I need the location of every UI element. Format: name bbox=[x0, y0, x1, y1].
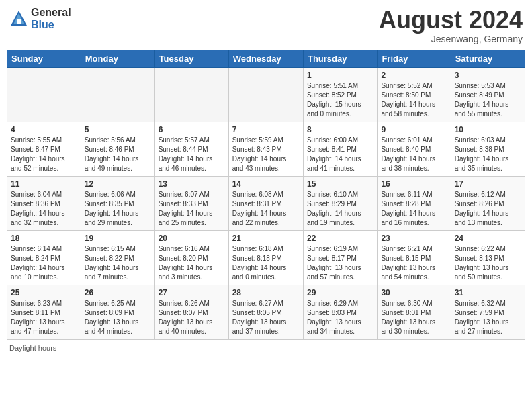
day-info: Sunrise: 6:10 AM Sunset: 8:29 PM Dayligh… bbox=[307, 190, 373, 228]
day-cell bbox=[228, 67, 303, 122]
header-day-monday: Monday bbox=[81, 50, 154, 67]
day-cell: 1Sunrise: 5:51 AM Sunset: 8:52 PM Daylig… bbox=[303, 67, 377, 122]
day-info: Sunrise: 6:32 AM Sunset: 7:59 PM Dayligh… bbox=[455, 299, 521, 336]
day-info: Sunrise: 6:26 AM Sunset: 8:07 PM Dayligh… bbox=[159, 299, 225, 336]
day-info: Sunrise: 6:14 AM Sunset: 8:24 PM Dayligh… bbox=[11, 244, 77, 282]
day-info: Sunrise: 5:53 AM Sunset: 8:49 PM Dayligh… bbox=[455, 81, 521, 119]
day-cell: 23Sunrise: 6:21 AM Sunset: 8:15 PM Dayli… bbox=[378, 230, 451, 285]
page-header: General Blue August 2024 Jesenwang, Germ… bbox=[7, 7, 525, 44]
header-day-saturday: Saturday bbox=[451, 50, 525, 67]
day-number: 26 bbox=[85, 288, 151, 298]
location-subtitle: Jesenwang, Germany bbox=[379, 34, 523, 44]
day-cell: 17Sunrise: 6:12 AM Sunset: 8:26 PM Dayli… bbox=[451, 176, 525, 230]
day-number: 8 bbox=[307, 125, 373, 134]
day-number: 5 bbox=[85, 125, 151, 134]
day-info: Sunrise: 5:56 AM Sunset: 8:46 PM Dayligh… bbox=[85, 136, 151, 173]
day-info: Sunrise: 6:08 AM Sunset: 8:31 PM Dayligh… bbox=[232, 190, 300, 228]
week-row-2: 4Sunrise: 5:55 AM Sunset: 8:47 PM Daylig… bbox=[7, 122, 525, 176]
day-cell: 14Sunrise: 6:08 AM Sunset: 8:31 PM Dayli… bbox=[228, 176, 303, 230]
logo-icon bbox=[9, 9, 28, 28]
day-cell: 24Sunrise: 6:22 AM Sunset: 8:13 PM Dayli… bbox=[451, 230, 525, 285]
logo-general-text: General bbox=[31, 7, 71, 19]
day-cell: 12Sunrise: 6:06 AM Sunset: 8:35 PM Dayli… bbox=[81, 176, 154, 230]
week-row-4: 18Sunrise: 6:14 AM Sunset: 8:24 PM Dayli… bbox=[7, 230, 525, 285]
calendar-body: 1Sunrise: 5:51 AM Sunset: 8:52 PM Daylig… bbox=[7, 67, 525, 339]
day-cell: 10Sunrise: 6:03 AM Sunset: 8:38 PM Dayli… bbox=[451, 122, 525, 176]
header-day-tuesday: Tuesday bbox=[154, 50, 228, 67]
day-number: 20 bbox=[159, 234, 225, 243]
day-info: Sunrise: 5:51 AM Sunset: 8:52 PM Dayligh… bbox=[307, 81, 373, 119]
day-number: 21 bbox=[232, 234, 300, 243]
calendar-table: SundayMondayTuesdayWednesdayThursdayFrid… bbox=[7, 50, 525, 340]
day-cell: 5Sunrise: 5:56 AM Sunset: 8:46 PM Daylig… bbox=[81, 122, 154, 176]
day-number: 19 bbox=[85, 234, 151, 243]
day-info: Sunrise: 5:55 AM Sunset: 8:47 PM Dayligh… bbox=[11, 136, 77, 173]
day-number: 17 bbox=[455, 179, 521, 189]
day-info: Sunrise: 6:06 AM Sunset: 8:35 PM Dayligh… bbox=[85, 190, 151, 228]
day-info: Sunrise: 6:04 AM Sunset: 8:36 PM Dayligh… bbox=[11, 190, 77, 228]
day-cell: 29Sunrise: 6:29 AM Sunset: 8:03 PM Dayli… bbox=[303, 285, 377, 339]
day-cell: 16Sunrise: 6:11 AM Sunset: 8:28 PM Dayli… bbox=[378, 176, 451, 230]
month-year-title: August 2024 bbox=[379, 7, 523, 34]
day-cell: 2Sunrise: 5:52 AM Sunset: 8:50 PM Daylig… bbox=[378, 67, 451, 122]
day-number: 10 bbox=[455, 125, 521, 134]
week-row-3: 11Sunrise: 6:04 AM Sunset: 8:36 PM Dayli… bbox=[7, 176, 525, 230]
week-row-5: 25Sunrise: 6:23 AM Sunset: 8:11 PM Dayli… bbox=[7, 285, 525, 339]
day-cell: 19Sunrise: 6:15 AM Sunset: 8:22 PM Dayli… bbox=[81, 230, 154, 285]
day-info: Sunrise: 6:21 AM Sunset: 8:15 PM Dayligh… bbox=[381, 244, 447, 282]
day-number: 18 bbox=[11, 234, 77, 243]
day-number: 11 bbox=[11, 179, 77, 189]
day-cell bbox=[154, 67, 228, 122]
day-info: Sunrise: 6:12 AM Sunset: 8:26 PM Dayligh… bbox=[455, 190, 521, 228]
day-cell: 15Sunrise: 6:10 AM Sunset: 8:29 PM Dayli… bbox=[303, 176, 377, 230]
day-number: 31 bbox=[455, 288, 521, 298]
day-info: Sunrise: 6:22 AM Sunset: 8:13 PM Dayligh… bbox=[455, 244, 521, 282]
daylight-note: Daylight hours bbox=[9, 344, 56, 352]
day-info: Sunrise: 5:57 AM Sunset: 8:44 PM Dayligh… bbox=[159, 136, 225, 173]
day-info: Sunrise: 6:03 AM Sunset: 8:38 PM Dayligh… bbox=[455, 136, 521, 173]
day-info: Sunrise: 6:16 AM Sunset: 8:20 PM Dayligh… bbox=[159, 244, 225, 282]
day-cell: 11Sunrise: 6:04 AM Sunset: 8:36 PM Dayli… bbox=[7, 176, 81, 230]
day-number: 9 bbox=[381, 125, 447, 134]
day-cell: 20Sunrise: 6:16 AM Sunset: 8:20 PM Dayli… bbox=[154, 230, 228, 285]
day-number: 12 bbox=[85, 179, 151, 189]
day-cell: 6Sunrise: 5:57 AM Sunset: 8:44 PM Daylig… bbox=[154, 122, 228, 176]
day-cell: 18Sunrise: 6:14 AM Sunset: 8:24 PM Dayli… bbox=[7, 230, 81, 285]
day-number: 7 bbox=[232, 125, 300, 134]
day-cell bbox=[7, 67, 81, 122]
day-info: Sunrise: 6:27 AM Sunset: 8:05 PM Dayligh… bbox=[232, 299, 300, 336]
day-info: Sunrise: 6:15 AM Sunset: 8:22 PM Dayligh… bbox=[85, 244, 151, 282]
header-day-sunday: Sunday bbox=[7, 50, 81, 67]
calendar-header: SundayMondayTuesdayWednesdayThursdayFrid… bbox=[7, 50, 525, 67]
day-info: Sunrise: 6:23 AM Sunset: 8:11 PM Dayligh… bbox=[11, 299, 77, 336]
day-info: Sunrise: 5:59 AM Sunset: 8:43 PM Dayligh… bbox=[232, 136, 300, 173]
day-info: Sunrise: 6:18 AM Sunset: 8:18 PM Dayligh… bbox=[232, 244, 300, 282]
header-day-thursday: Thursday bbox=[303, 50, 377, 67]
day-cell: 27Sunrise: 6:26 AM Sunset: 8:07 PM Dayli… bbox=[154, 285, 228, 339]
header-row: SundayMondayTuesdayWednesdayThursdayFrid… bbox=[7, 50, 525, 67]
day-info: Sunrise: 6:07 AM Sunset: 8:33 PM Dayligh… bbox=[159, 190, 225, 228]
day-info: Sunrise: 5:52 AM Sunset: 8:50 PM Dayligh… bbox=[381, 81, 447, 119]
day-number: 2 bbox=[381, 71, 447, 80]
day-cell: 13Sunrise: 6:07 AM Sunset: 8:33 PM Dayli… bbox=[154, 176, 228, 230]
day-cell: 21Sunrise: 6:18 AM Sunset: 8:18 PM Dayli… bbox=[228, 230, 303, 285]
day-number: 4 bbox=[11, 125, 77, 134]
logo-blue-text: Blue bbox=[31, 19, 71, 31]
day-info: Sunrise: 6:11 AM Sunset: 8:28 PM Dayligh… bbox=[381, 190, 447, 228]
day-cell: 7Sunrise: 5:59 AM Sunset: 8:43 PM Daylig… bbox=[228, 122, 303, 176]
day-cell: 25Sunrise: 6:23 AM Sunset: 8:11 PM Dayli… bbox=[7, 285, 81, 339]
day-number: 22 bbox=[307, 234, 373, 243]
footer-note: Daylight hours bbox=[7, 344, 525, 352]
day-info: Sunrise: 6:30 AM Sunset: 8:01 PM Dayligh… bbox=[381, 299, 447, 336]
day-cell: 22Sunrise: 6:19 AM Sunset: 8:17 PM Dayli… bbox=[303, 230, 377, 285]
day-number: 13 bbox=[159, 179, 225, 189]
day-number: 28 bbox=[232, 288, 300, 298]
day-cell: 4Sunrise: 5:55 AM Sunset: 8:47 PM Daylig… bbox=[7, 122, 81, 176]
day-info: Sunrise: 6:25 AM Sunset: 8:09 PM Dayligh… bbox=[85, 299, 151, 336]
day-number: 1 bbox=[307, 71, 373, 80]
header-day-wednesday: Wednesday bbox=[228, 50, 303, 67]
day-number: 16 bbox=[381, 179, 447, 189]
day-number: 30 bbox=[381, 288, 447, 298]
svg-rect-2 bbox=[17, 19, 21, 24]
day-number: 6 bbox=[159, 125, 225, 134]
